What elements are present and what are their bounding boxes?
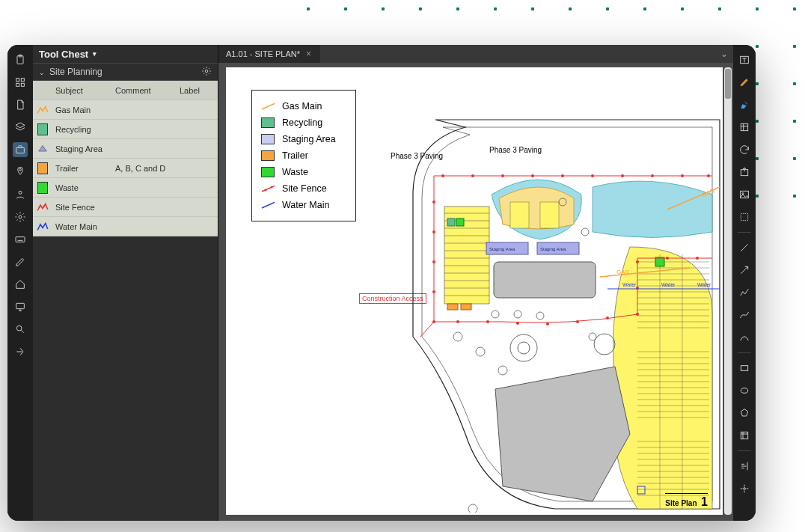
arc-icon[interactable] [737, 330, 752, 345]
svg-rect-3 [21, 79, 24, 82]
legend-swatch [261, 167, 275, 177]
layers-icon[interactable] [13, 120, 28, 135]
selection-icon[interactable] [737, 210, 752, 224]
left-toolbar [7, 45, 33, 521]
section-header[interactable]: ⌄Site Planning [33, 63, 218, 81]
panel-title[interactable]: Tool Chest ▾ [33, 45, 218, 63]
monitor-icon[interactable] [13, 299, 28, 314]
ellipse-icon[interactable] [737, 383, 752, 398]
legend-swatch [261, 200, 275, 210]
svg-rect-131 [741, 366, 747, 371]
svg-rect-11 [16, 303, 25, 308]
rotate-icon[interactable] [737, 142, 752, 157]
image-icon[interactable] [737, 187, 752, 202]
titleblock: Site Plan 1 [665, 493, 708, 509]
export-icon[interactable] [737, 165, 752, 180]
page-icon[interactable] [13, 97, 28, 112]
svg-point-9 [19, 215, 22, 218]
legend-label: Trailer [282, 150, 308, 161]
tool-chest-panel: Tool Chest ▾ ⌄Site Planning Subject Comm… [33, 45, 218, 521]
row-subject: Water Main [52, 222, 112, 231]
search-icon[interactable] [13, 322, 28, 337]
svg-point-83 [536, 312, 544, 319]
svg-rect-128 [741, 213, 747, 220]
separator [738, 450, 751, 451]
legend-label: Site Fence [282, 183, 327, 194]
titleblock-title: Site Plan [665, 499, 697, 507]
close-icon[interactable]: × [306, 49, 311, 59]
svg-rect-35 [540, 202, 559, 228]
snap-icon[interactable] [737, 481, 752, 496]
svg-rect-126 [741, 191, 749, 198]
col-subject[interactable]: Subject [52, 86, 112, 95]
tool-row[interactable]: TrailerA, B, C and D [33, 159, 218, 178]
tool-row[interactable]: Water Main [33, 217, 218, 236]
pin-icon[interactable] [13, 165, 28, 180]
row-comment: A, B, C and D [112, 164, 177, 173]
tool-row[interactable]: Site Fence [33, 198, 218, 217]
grid-icon[interactable] [13, 75, 28, 90]
svg-line-129 [741, 244, 747, 251]
svg-point-112 [576, 320, 579, 323]
legend: Gas MainRecyclingStaging AreaTrailerWast… [251, 90, 356, 221]
svg-point-108 [456, 320, 459, 323]
svg-point-104 [432, 230, 435, 233]
briefcase-icon[interactable] [13, 142, 28, 157]
crop-icon[interactable] [737, 120, 752, 135]
svg-point-117 [666, 257, 669, 260]
tab-bar: A1.01 - SITE PLAN* × ⌄ [218, 45, 733, 63]
user-icon[interactable] [13, 187, 28, 202]
col-label[interactable]: Label [177, 86, 214, 95]
curve-icon[interactable] [737, 308, 752, 322]
svg-point-118 [696, 257, 699, 260]
svg-point-74 [518, 342, 530, 354]
tool-row[interactable]: Staging Area [33, 139, 218, 159]
scrollbar-thumb[interactable] [725, 69, 731, 99]
rect-icon[interactable] [737, 361, 752, 376]
svg-point-84 [468, 504, 477, 513]
svg-rect-133 [741, 432, 747, 438]
svg-point-107 [432, 320, 435, 323]
water-label: Water [697, 282, 711, 287]
site-plan-svg: Staging Area Staging Area [368, 112, 727, 513]
svg-point-132 [741, 388, 747, 394]
line-icon[interactable] [737, 240, 752, 255]
staging-area-text: Staging Area [540, 247, 566, 251]
row-subject: Trailer [52, 164, 112, 173]
tool-row[interactable]: Waste [33, 178, 218, 198]
share-icon[interactable] [13, 344, 28, 359]
polygon-icon[interactable] [737, 406, 752, 421]
svg-rect-72 [494, 262, 596, 298]
keyboard-icon[interactable] [13, 232, 28, 247]
clip-icon[interactable] [737, 428, 752, 443]
pen-solid-icon[interactable] [737, 75, 752, 90]
legend-swatch [261, 150, 275, 161]
svg-point-93 [441, 174, 444, 177]
col-comment[interactable]: Comment [112, 86, 177, 95]
svg-line-20 [262, 202, 275, 208]
clipboard-icon[interactable] [13, 52, 28, 67]
vertical-scrollbar[interactable] [724, 67, 732, 515]
tool-row[interactable]: Gas Main [33, 100, 218, 120]
highlighter-icon[interactable] [737, 97, 752, 112]
polyline-icon[interactable] [737, 285, 752, 300]
svg-point-19 [271, 186, 273, 189]
match-icon[interactable] [737, 459, 752, 474]
svg-rect-5 [21, 83, 24, 86]
svg-point-80 [581, 228, 589, 236]
tool-row[interactable]: Recycling [33, 120, 218, 139]
text-box-icon[interactable] [737, 52, 752, 67]
gear-icon[interactable] [13, 210, 28, 224]
svg-line-17 [262, 186, 275, 192]
center-area: A1.01 - SITE PLAN* × ⌄ Gas MainRecycling… [218, 45, 733, 521]
svg-point-114 [636, 313, 639, 316]
arrow-icon[interactable] [737, 263, 752, 278]
pen-outline-icon[interactable] [13, 254, 28, 269]
tabs-overflow-chevron[interactable]: ⌄ [715, 45, 733, 63]
drawing-sheet[interactable]: Gas MainRecyclingStaging AreaTrailerWast… [226, 67, 723, 515]
gear-icon[interactable] [201, 66, 212, 79]
water-label: Water [622, 282, 637, 287]
tab-site-plan[interactable]: A1.01 - SITE PLAN* × [218, 45, 319, 63]
canvas-viewport[interactable]: Gas MainRecyclingStaging AreaTrailerWast… [218, 63, 733, 521]
home-outline-icon[interactable] [13, 277, 28, 292]
